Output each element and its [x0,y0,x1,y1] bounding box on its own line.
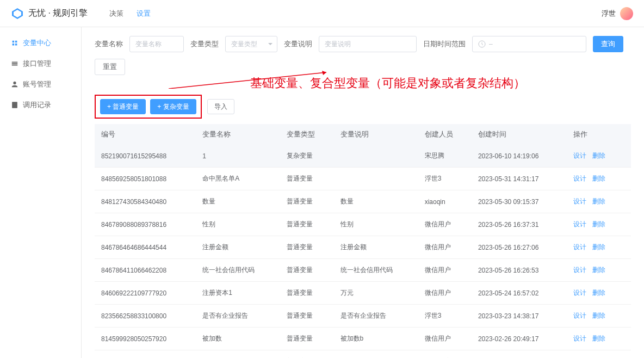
sidebar-item-logs[interactable]: 调用记录 [0,95,81,115]
cell-name: 1 [196,145,280,168]
cell-creator: 微信用户 [418,213,472,236]
cell-creator: 微信用户 [418,236,472,259]
sidebar-item-label: 变量中心 [23,38,51,48]
table-header-row: 编号 变量名称 变量类型 变量说明 创建人员 创建时间 操作 [95,124,631,145]
table-row: 814599928050257920 被加数 普通变量 被加数b 微信用户 20… [95,328,631,350]
clock-icon [478,40,486,48]
cell-creator: 微信用户 [418,350,472,359]
delete-link[interactable]: 删除 [592,220,605,228]
cell-type: 普通变量 [280,190,333,213]
delete-link[interactable]: 删除 [592,197,605,205]
api-icon [11,60,18,67]
sidebar-item-account[interactable]: 账号管理 [0,74,81,95]
table-row: 848127430584340480 数量 普通变量 数量 xiaoqin 20… [95,190,631,213]
add-normal-button[interactable]: + 普通变量 [100,99,146,114]
cell-name: 命中黑名单A [196,168,280,190]
variable-icon [11,39,18,47]
cell-type: 普通变量 [280,168,333,190]
reset-button[interactable]: 重置 [95,59,125,75]
account-icon [11,81,18,88]
delete-link[interactable]: 删除 [592,335,605,342]
design-link[interactable]: 设计 [573,335,586,342]
cell-desc: 数量 [334,190,418,213]
cell-desc [334,168,418,190]
filter-name-input[interactable] [129,36,184,52]
cell-desc: a [334,350,418,359]
cell-creator: xiaoqin [418,190,472,213]
design-link[interactable]: 设计 [573,197,586,205]
cell-creator: 浮世3 [418,305,472,328]
add-complex-button[interactable]: + 复杂变量 [150,99,196,114]
th-type: 变量类型 [280,124,333,145]
log-icon [11,101,18,109]
sidebar-item-label: 调用记录 [23,100,51,110]
cell-desc [334,145,418,168]
sidebar-item-api[interactable]: 接口管理 [0,53,81,74]
filter-date-input[interactable]: – [472,36,586,52]
cell-id: 814599725788336128 [95,350,196,359]
cell-id: 823566258833100800 [95,305,196,328]
cell-name: 注册金额 [196,236,280,259]
design-link[interactable]: 设计 [573,289,586,297]
cell-name: 是否有企业报告 [196,305,280,328]
filter-name-label: 变量名称 [95,39,123,49]
header: 无忧 · 规则引擎 决策 设置 浮世 [0,0,644,27]
cell-desc: 被加数b [334,328,418,350]
import-button[interactable]: 导入 [207,99,234,114]
filter-row: 变量名称 变量类型 变量类型 变量说明 日期时间范围 – 查询 重置 [95,36,631,75]
cell-creator: 浮世3 [418,168,472,190]
design-link[interactable]: 设计 [573,243,586,251]
cell-desc: 注册金额 [334,236,418,259]
nav-tabs: 决策 设置 [109,9,151,18]
cell-type: 普通变量 [280,259,333,282]
design-link[interactable]: 设计 [573,266,586,274]
table-row: 848569258051801088 命中黑名单A 普通变量 浮世3 2023-… [95,168,631,190]
sidebar-item-variables[interactable]: 变量中心 [0,33,81,53]
delete-link[interactable]: 删除 [592,175,605,182]
cell-time: 2023-03-23 14:38:17 [472,305,567,328]
cell-actions: 设计 删除 [567,328,631,350]
filter-type-label: 变量类型 [190,39,219,49]
cell-creator: 微信用户 [418,259,472,282]
cell-actions: 设计 删除 [567,213,631,236]
table-row: 814599725788336128 加数 普通变量 a 微信用户 2023-0… [95,350,631,359]
table-row: 823566258833100800 是否有企业报告 普通变量 是否有企业报告 … [95,305,631,328]
filter-desc-input[interactable] [319,36,417,52]
cell-desc: 统一社会信用代码 [334,259,418,282]
avatar[interactable] [620,7,633,20]
cell-type: 普通变量 [280,350,333,359]
sidebar-item-label: 接口管理 [23,59,51,69]
delete-link[interactable]: 删除 [592,312,605,319]
design-link[interactable]: 设计 [573,152,586,159]
cell-actions: 设计 删除 [567,350,631,359]
cell-id: 814599928050257920 [95,328,196,350]
cell-actions: 设计 删除 [567,259,631,282]
header-user[interactable]: 浮世 [602,7,633,20]
design-link[interactable]: 设计 [573,220,586,228]
nav-tab-settings[interactable]: 设置 [137,9,151,18]
search-button[interactable]: 查询 [593,36,623,52]
cell-time: 2023-05-26 16:26:53 [472,259,567,282]
cell-name: 被加数 [196,328,280,350]
design-link[interactable]: 设计 [573,175,586,182]
design-link[interactable]: 设计 [573,312,586,319]
cell-actions: 设计 删除 [567,190,631,213]
delete-link[interactable]: 删除 [592,243,605,251]
table-row: 846786411066462208 统一社会信用代码 普通变量 统一社会信用代… [95,259,631,282]
nav-tab-decision[interactable]: 决策 [109,9,123,18]
logo-text: 无忧 · 规则引擎 [28,8,88,19]
cell-desc: 是否有企业报告 [334,305,418,328]
th-id: 编号 [95,124,196,145]
cell-desc: 万元 [334,282,418,305]
cell-name: 注册资本1 [196,282,280,305]
table-row: 846786464686444544 注册金额 普通变量 注册金额 微信用户 2… [95,236,631,259]
delete-link[interactable]: 删除 [592,152,605,159]
table-row: 852190071615295488 1 复杂变量 宋思腾 2023-06-10… [95,145,631,168]
annotation-text: 基础变量、复合型变量（可能是对象或者复杂结构） [250,75,525,91]
sidebar: 变量中心 接口管理 账号管理 调用记录 [0,27,82,358]
delete-link[interactable]: 删除 [592,266,605,274]
cell-name: 数量 [196,190,280,213]
delete-link[interactable]: 删除 [592,289,605,297]
cell-type: 普通变量 [280,236,333,259]
filter-type-select[interactable]: 变量类型 [225,36,277,52]
